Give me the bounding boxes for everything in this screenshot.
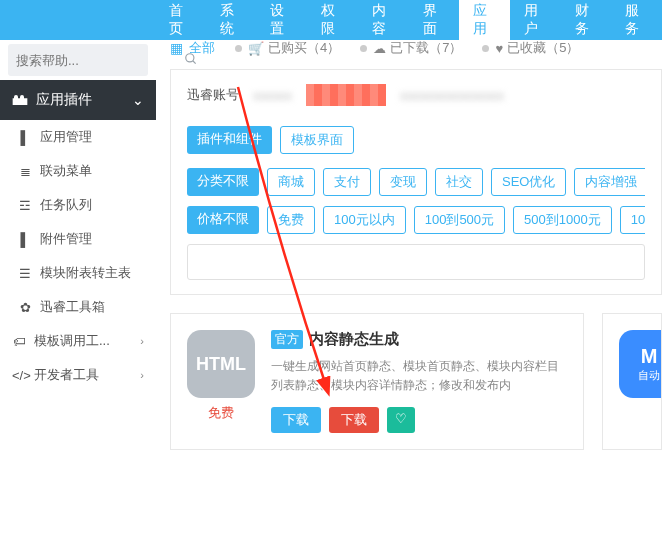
grid-icon: ▦	[170, 40, 183, 56]
status-filter-bar: ▦全部 🛒已购买（4） ☁已下载（7） ♥已收藏（5）	[170, 33, 662, 69]
tasks-icon: ☲	[18, 198, 32, 213]
filter-all[interactable]: ▦全部	[170, 39, 215, 57]
filter-downloaded[interactable]: ☁已下载（7）	[360, 39, 462, 57]
database-icon: ☰	[18, 266, 32, 281]
sidebar-header-plugins[interactable]: 应用插件 ⌄	[0, 80, 156, 120]
tag-icon: 🏷	[12, 334, 26, 349]
sidebar-item-label: 联动菜单	[40, 162, 92, 180]
account-badge	[306, 84, 386, 106]
sidebar-item-label: 模块附表转主表	[40, 264, 131, 282]
plugin-card[interactable]: M 自动	[602, 313, 662, 450]
plugin-desc: 一键生成网站首页静态、模块首页静态、模块内容栏目列表静态、模块内容详情静态；修改…	[271, 357, 567, 395]
help-search[interactable]	[8, 44, 148, 76]
cat-filter[interactable]: 内容增强	[574, 168, 645, 196]
cat-filter[interactable]: 变现	[379, 168, 427, 196]
sidebar-item-label: 附件管理	[40, 230, 92, 248]
category-filters: 分类不限 商城 支付 变现 社交 SEO优化 内容增强 系统工具 采	[187, 168, 645, 196]
sidebar-item-label: 任务队列	[40, 196, 92, 214]
filter-label: 已收藏	[507, 39, 546, 57]
dot-icon	[235, 45, 242, 52]
folder-icon: ▌	[18, 232, 32, 247]
plugin-thumb: HTML	[187, 330, 255, 398]
account-name-blur: xxxxxx	[253, 88, 292, 103]
sidebar-item-toolbox[interactable]: ✿迅睿工具箱	[0, 290, 156, 324]
filter-favorited[interactable]: ♥已收藏（5）	[482, 39, 579, 57]
cat-filter[interactable]: SEO优化	[491, 168, 566, 196]
plugin-card-body: 官方 内容静态生成 一键生成网站首页静态、模块首页静态、模块内容栏目列表静态、模…	[271, 330, 567, 433]
price-filter[interactable]: 500到1000元	[513, 206, 612, 234]
filter-purchased[interactable]: 🛒已购买（4）	[235, 39, 340, 57]
cat-filter[interactable]: 社交	[435, 168, 483, 196]
thumb-letter: M	[641, 345, 658, 368]
code-icon: </>	[12, 368, 26, 383]
cat-filter-all[interactable]: 分类不限	[187, 168, 259, 196]
sidebar-group-dev[interactable]: </>开发者工具›	[0, 358, 156, 392]
price-filter[interactable]: 1000到2000	[620, 206, 645, 234]
plugin-title: 内容静态生成	[309, 330, 399, 349]
filter-count: （5）	[546, 39, 579, 57]
download-button[interactable]: 下载	[271, 407, 321, 433]
sidebar-item-label: 应用管理	[40, 128, 92, 146]
folder-icon: ▌	[18, 130, 32, 145]
chevron-right-icon: ›	[140, 369, 144, 381]
puzzle-icon	[12, 91, 28, 110]
sidebar-item-tasks[interactable]: ☲任务队列	[0, 188, 156, 222]
official-badge: 官方	[271, 330, 303, 349]
plugin-thumb: M 自动	[619, 330, 662, 398]
cat-filter[interactable]: 支付	[323, 168, 371, 196]
price-free-label: 免费	[187, 404, 255, 422]
sidebar-group-template[interactable]: 🏷模板调用工...›	[0, 324, 156, 358]
filter-label: 已下载	[390, 39, 429, 57]
sidebar-item-attachments[interactable]: ▌附件管理	[0, 222, 156, 256]
list-icon: ≣	[18, 164, 32, 179]
heart-icon: ♡	[395, 411, 407, 426]
dot-icon	[482, 45, 489, 52]
price-filter[interactable]: 免费	[267, 206, 315, 234]
filter-count: （4）	[307, 39, 340, 57]
cart-icon: 🛒	[248, 41, 264, 56]
filter-label: 已购买	[268, 39, 307, 57]
price-filter-all[interactable]: 价格不限	[187, 206, 259, 234]
plugin-card-row: HTML 免费 官方 内容静态生成 一键生成网站首页静态、模块首页静态、模块内容…	[170, 313, 662, 450]
sidebar-item-linkage[interactable]: ≣联动菜单	[0, 154, 156, 188]
help-search-input[interactable]	[16, 53, 184, 68]
sidebar: 应用插件 ⌄ ▌应用管理 ≣联动菜单 ☲任务队列 ▌附件管理 ☰模块附表转主表 …	[0, 80, 156, 392]
sidebar-header-label: 应用插件	[36, 91, 92, 109]
sidebar-item-label: 模板调用工...	[34, 332, 110, 350]
sidebar-item-label: 迅睿工具箱	[40, 298, 105, 316]
plugin-card[interactable]: HTML 免费 官方 内容静态生成 一键生成网站首页静态、模块首页静态、模块内容…	[170, 313, 584, 450]
account-label: 迅睿账号	[187, 86, 239, 104]
sidebar-item-label: 开发者工具	[34, 366, 99, 384]
price-filters: 价格不限 免费 100元以内 100到500元 500到1000元 1000到2…	[187, 206, 645, 234]
sidebar-item-app-manage[interactable]: ▌应用管理	[0, 120, 156, 154]
plugin-thumb-wrap: HTML 免费	[187, 330, 255, 422]
filter-panel: 迅睿账号 xxxxxx xxxxxxxxxxxxxxxx 插件和组件 模板界面 …	[170, 69, 662, 295]
type-tabs: 插件和组件 模板界面	[187, 126, 645, 154]
type-tab-template[interactable]: 模板界面	[280, 126, 354, 154]
plugin-actions: 下载 下载 ♡	[271, 407, 567, 433]
account-extra-blur: xxxxxxxxxxxxxxxx	[400, 88, 504, 103]
download-button-alt[interactable]: 下载	[329, 407, 379, 433]
type-tab-plugin[interactable]: 插件和组件	[187, 126, 272, 154]
cloud-download-icon: ☁	[373, 41, 386, 56]
chevron-right-icon: ›	[140, 335, 144, 347]
dot-icon	[360, 45, 367, 52]
chevron-down-icon: ⌄	[132, 92, 144, 108]
price-filter[interactable]: 100到500元	[414, 206, 505, 234]
plugin-search-box[interactable]	[187, 244, 645, 280]
favorite-button[interactable]: ♡	[387, 407, 415, 433]
main-area: ▦全部 🛒已购买（4） ☁已下载（7） ♥已收藏（5） 迅睿账号 xxxxxx …	[170, 33, 662, 450]
thumb-sub: 自动	[638, 368, 660, 383]
sidebar-item-table-convert[interactable]: ☰模块附表转主表	[0, 256, 156, 290]
price-filter[interactable]: 100元以内	[323, 206, 406, 234]
gear-icon: ✿	[18, 300, 32, 315]
cat-filter[interactable]: 商城	[267, 168, 315, 196]
plugin-title-row: 官方 内容静态生成	[271, 330, 567, 349]
filter-count: （7）	[429, 39, 462, 57]
account-row: 迅睿账号 xxxxxx xxxxxxxxxxxxxxxx	[187, 84, 645, 106]
filter-label: 全部	[189, 39, 215, 57]
heart-icon: ♥	[495, 41, 503, 56]
